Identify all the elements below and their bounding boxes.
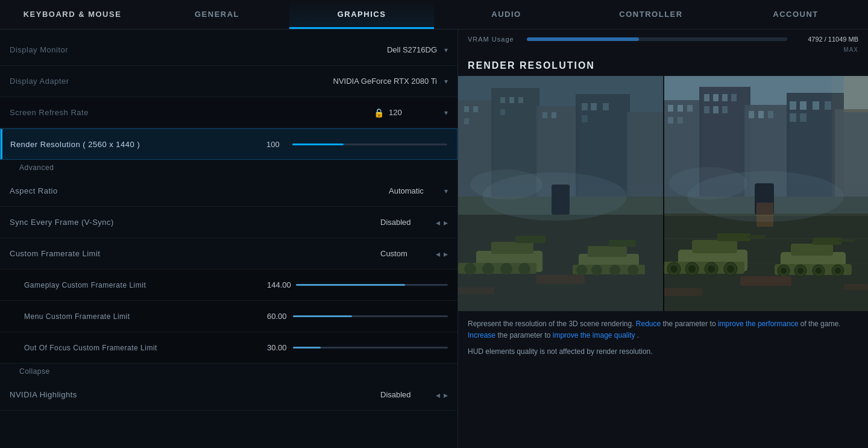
aspect-ratio-value: Automatic [389, 186, 437, 195]
display-adapter-row: Display Adapter NVIDIA GeForce RTX 2080 … [0, 66, 458, 97]
gameplay-framerate-fill [296, 284, 406, 286]
svg-rect-97 [791, 244, 833, 256]
display-monitor-row: Display Monitor Dell S2716DG ▾ [0, 34, 458, 66]
render-resolution-row[interactable]: Render Resolution ( 2560 x 1440 ) 100 [0, 128, 458, 160]
vsync-value: Disabled [380, 218, 429, 227]
hud-note: HUD elements quality is not affected by … [468, 346, 858, 358]
vram-max-row: MAX [458, 46, 868, 55]
vram-bar-container [527, 37, 787, 41]
custom-framerate-left-arrow[interactable]: ◂ [436, 249, 440, 259]
svg-rect-54 [668, 105, 673, 112]
screen-refresh-rate-value: 120 [389, 108, 437, 117]
nvidia-highlights-left-arrow[interactable]: ◂ [436, 390, 440, 400]
out-of-focus-framerate-fill [293, 347, 321, 349]
menu-framerate-track[interactable] [293, 315, 448, 317]
svg-rect-55 [678, 105, 683, 112]
menu-framerate-value: 60.00 [267, 312, 288, 321]
display-adapter-dropdown-arrow[interactable]: ▾ [444, 77, 448, 86]
vsync-arrows: ◂ ▸ [436, 218, 448, 227]
accent-bar [1, 129, 2, 159]
svg-rect-61 [722, 94, 728, 101]
aspect-ratio-label: Aspect Ratio [10, 186, 389, 195]
svg-point-91 [688, 265, 696, 273]
aspect-ratio-dropdown-arrow[interactable]: ▾ [444, 187, 448, 195]
screen-refresh-rate-row: Screen Refresh Rate 🔒 120 ▾ [0, 97, 458, 128]
menu-framerate-fill [293, 315, 352, 317]
svg-rect-58 [678, 117, 683, 124]
custom-framerate-label: Custom Framerate Limit [10, 249, 380, 258]
gameplay-framerate-track[interactable] [296, 284, 448, 286]
render-resolution-slider-container[interactable]: 100 [266, 140, 447, 149]
svg-rect-59 [704, 94, 709, 101]
render-resolution-track[interactable] [292, 144, 447, 145]
display-monitor-label: Display Monitor [10, 45, 387, 54]
tab-audio[interactable]: AUDIO [434, 0, 579, 29]
display-monitor-dropdown-arrow[interactable]: ▾ [444, 46, 448, 54]
preview-right-scene [663, 76, 868, 311]
out-of-focus-framerate-slider-container[interactable]: 30.00 [267, 343, 448, 352]
svg-point-108 [835, 268, 841, 274]
custom-framerate-arrows: ◂ ▸ [436, 249, 448, 259]
nvidia-highlights-value: Disabled [380, 390, 429, 399]
svg-rect-69 [790, 101, 796, 110]
menu-framerate-slider-container[interactable]: 60.00 [267, 312, 448, 321]
lock-icon: 🔒 [374, 108, 384, 118]
gameplay-framerate-row: Gameplay Custom Framerate Limit 144.00 [0, 270, 458, 301]
svg-rect-66 [749, 111, 754, 118]
vsync-left-arrow[interactable]: ◂ [436, 218, 440, 227]
nvidia-highlights-arrows: ◂ ▸ [436, 390, 448, 400]
out-of-focus-framerate-track[interactable] [293, 347, 448, 349]
svg-rect-99 [839, 239, 854, 242]
nvidia-highlights-row: NVIDIA Highlights Disabled ◂ ▸ [0, 379, 458, 411]
custom-framerate-row: Custom Framerate Limit Custom ◂ ▸ [0, 238, 458, 270]
gameplay-framerate-slider-container[interactable]: 144.00 [267, 280, 448, 289]
collapse-label[interactable]: Collapse [0, 364, 458, 379]
display-adapter-label: Display Adapter [10, 77, 333, 86]
improve-quality-link[interactable]: improve the image quality [553, 331, 635, 339]
svg-rect-60 [713, 94, 719, 101]
svg-point-106 [816, 268, 822, 274]
screen-refresh-rate-dropdown-arrow: ▾ [444, 109, 448, 117]
out-of-focus-framerate-label: Out Of Focus Custom Framerate Limit [24, 344, 267, 352]
render-resolution-value: 100 [266, 140, 288, 149]
svg-rect-65 [722, 106, 728, 113]
custom-framerate-right-arrow[interactable]: ▸ [444, 249, 448, 259]
vram-label: VRAM Usage [468, 36, 522, 43]
increase-link[interactable]: Increase [468, 331, 495, 339]
nvidia-highlights-right-arrow[interactable]: ▸ [444, 390, 448, 400]
vram-value: 4792 / 11049 MB [792, 36, 858, 43]
preview-left-scene [458, 76, 663, 311]
improve-performance-link[interactable]: improve the performance [718, 320, 798, 328]
preview-divider [663, 76, 664, 311]
svg-point-82 [669, 167, 747, 200]
advanced-expand[interactable]: Advanced [0, 160, 458, 175]
tab-general[interactable]: GENERAL [145, 0, 289, 29]
svg-rect-115 [844, 76, 868, 112]
tab-keyboard-mouse[interactable]: KEYBOARD & MOUSE [0, 0, 145, 29]
svg-point-93 [708, 265, 715, 273]
top-navigation: KEYBOARD & MOUSE GENERAL GRAPHICS AUDIO … [0, 0, 868, 30]
menu-framerate-label: Menu Custom Framerate Limit [24, 312, 267, 321]
svg-rect-68 [768, 111, 773, 118]
preview-left [458, 76, 663, 311]
svg-rect-71 [813, 101, 819, 110]
svg-rect-73 [790, 113, 796, 122]
display-adapter-value: NVIDIA GeForce RTX 2080 Ti [333, 77, 437, 86]
out-of-focus-framerate-value: 30.00 [267, 343, 288, 352]
vsync-right-arrow[interactable]: ▸ [444, 218, 448, 227]
description-text: Represent the resolution of the 3D scene… [468, 318, 858, 341]
menu-framerate-row: Menu Custom Framerate Limit 60.00 [0, 301, 458, 332]
nvidia-highlights-label: NVIDIA Highlights [10, 390, 380, 399]
tab-graphics[interactable]: GRAPHICS [289, 0, 434, 29]
tab-controller[interactable]: CONTROLLER [579, 0, 723, 29]
svg-rect-63 [704, 106, 709, 113]
render-resolution-fill [292, 144, 344, 145]
svg-point-104 [797, 268, 804, 274]
reduce-link[interactable]: Reduce [636, 320, 661, 328]
tab-account[interactable]: ACCOUNT [723, 0, 868, 29]
render-resolution-heading: RENDER RESOLUTION [458, 55, 868, 76]
svg-rect-112 [663, 288, 702, 296]
display-monitor-value: Dell S2716DG [387, 45, 437, 54]
svg-rect-72 [825, 101, 831, 110]
svg-point-102 [781, 268, 787, 274]
